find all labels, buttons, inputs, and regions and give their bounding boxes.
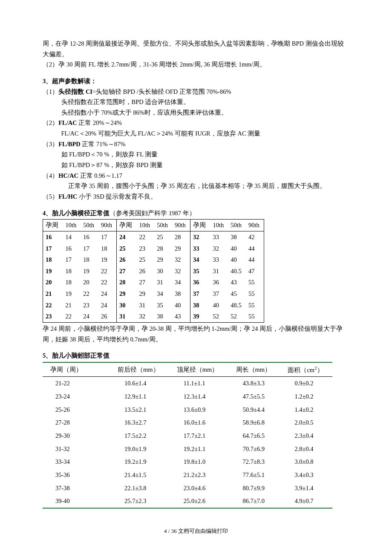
cell: 11.1±1.1: [169, 377, 228, 390]
cell: 45: [228, 288, 246, 300]
cell: 4.9±0.7: [280, 494, 332, 508]
table-row: 23-2412.9±1.112.3±1.447.5±5.51.2±0.2: [43, 390, 332, 403]
cell: 33: [210, 254, 228, 266]
cell: 26: [136, 266, 154, 277]
cell: 17: [98, 231, 116, 243]
cell: 14: [63, 231, 81, 243]
col-header: 面积（cm2）: [280, 362, 332, 377]
cell: 0.9±0.2: [280, 377, 332, 390]
cell: 36: [190, 277, 210, 288]
table-row: 21-2210.6±1.411.1±1.143.8±3.30.9±0.2: [43, 377, 332, 390]
cell: 77.6±5.1: [228, 468, 280, 482]
cell: 22: [98, 266, 116, 277]
cell: 22: [98, 277, 116, 288]
table-row: 37-3822.1±3.823.0±4.680.7±9.93.9±1.4: [43, 482, 332, 495]
cell: 80.7±9.9: [228, 482, 280, 495]
sec3-line9: （4）HC/AC 正常 0.96～1.17: [43, 171, 349, 181]
sec3-line5: FL/AC＜20% 可能为巨大儿 FL/AC＞24% 可能有 IUGR，应放弃 …: [43, 128, 349, 139]
cell: 44: [246, 254, 264, 266]
table-row: 211922242929343837374555: [43, 288, 264, 300]
cell: 29: [154, 254, 172, 266]
section3-title: 3、超声参数解读：: [43, 76, 349, 87]
cell: 2.3±0.4: [280, 429, 332, 442]
cell: 23-24: [43, 390, 110, 403]
cell: 29: [172, 243, 190, 254]
table-row: 31-3219.0±1.919.2±1.170.7±6.92.8±0.4: [43, 442, 332, 456]
table-row: 161416172422252832333842: [43, 231, 264, 243]
cell: 29-30: [43, 429, 110, 442]
sec3-line10: 正常孕 35 周前，腹围小于头围；孕 35 周左右，比值基本相等；孕 35 周后…: [43, 181, 349, 191]
cell: 40: [228, 243, 246, 254]
sec3-line11: （5）FL/HC 小于 3SD 提示骨发育不良。: [43, 191, 349, 202]
intro-paragraph-2: （2）孕 30 周前 FL 增长 2.7mm/周，31-36 周增长 2mm/周…: [43, 59, 349, 70]
cell: 10.6±1.4: [110, 377, 169, 390]
cerebellum-table: 孕周10th50th90th孕周10th50th90th孕周10th50th90…: [43, 219, 264, 323]
cell: 27-28: [43, 416, 110, 429]
cell: 40: [172, 300, 190, 311]
cell: 55: [246, 277, 264, 288]
cell: 42: [246, 231, 264, 243]
cell: 12.3±1.4: [169, 390, 228, 403]
sec3-line8: 如 FL/BPD＞87 %，则放弃 BPD 测量: [43, 160, 349, 171]
cell: 19: [98, 254, 116, 266]
cell: 38: [228, 231, 246, 243]
table-row: 1918192227263032353140.547: [43, 266, 264, 277]
cell: 50.9±4.4: [228, 403, 280, 416]
cell: 30: [154, 266, 172, 277]
col-header: 50th: [228, 220, 246, 231]
col-header: 孕周: [43, 220, 63, 231]
cell: 38: [154, 311, 172, 322]
table-header-row: 孕周（周）前后径（mm）顶尾径（mm）周长（mm）面积（cm2）: [43, 362, 332, 377]
cell: 47.5±5.5: [228, 390, 280, 403]
sec3-line4: （2）FL/AC 正常 20%～24%: [43, 118, 349, 128]
cell: 27: [116, 266, 136, 277]
cell: 31-32: [43, 442, 110, 456]
cell: 55: [246, 288, 264, 300]
cell: 25.7±2.3: [110, 494, 169, 508]
cell: 23: [81, 300, 98, 311]
cell: 22: [43, 300, 63, 311]
table-row: 2221232430313540384048.555: [43, 300, 264, 311]
cell: 24: [81, 311, 98, 322]
table-row: 25-2613.5±2.113.6±0.950.9±4.41.4±0.2: [43, 403, 332, 416]
cell: 30: [116, 300, 136, 311]
col-header: 10th: [136, 220, 154, 231]
cell: 72.7±8.3: [228, 455, 280, 468]
table-header-row: 孕周10th50th90th孕周10th50th90th孕周10th50th90…: [43, 220, 264, 231]
col-header: 50th: [81, 220, 98, 231]
cell: 26: [98, 311, 116, 322]
cell: 35: [190, 266, 210, 277]
table-row: 201820222827313436364355: [43, 277, 264, 288]
sec3-line7: 如 FL/BPD＜70 %，则放弃 FL 测量: [43, 149, 349, 160]
page-footer: 4 / 36 文档可自由编辑打印: [43, 526, 349, 536]
cell: 32: [172, 266, 190, 277]
cell: 23: [136, 243, 154, 254]
cell: 3.0±0.8: [280, 455, 332, 468]
cell: 18: [81, 254, 98, 266]
cell: 18: [43, 254, 63, 266]
cell: 16: [43, 231, 63, 243]
cell: 32: [172, 254, 190, 266]
table-row: 39-4025.7±2.325.0±2.686.7±7.04.9±0.7: [43, 494, 332, 508]
cell: 40: [228, 254, 246, 266]
cell: 23.0±4.6: [169, 482, 228, 495]
cell: 40.5: [228, 266, 246, 277]
table-row: 171617182523282933324044: [43, 243, 264, 254]
cell: 86.7±7.0: [228, 494, 280, 508]
cell: 1.4±0.2: [280, 403, 332, 416]
col-header: 10th: [210, 220, 228, 231]
cell: 52: [228, 311, 246, 322]
cell: 33-34: [43, 455, 110, 468]
col-header: 孕周（周）: [43, 362, 110, 377]
cell: 21.4±1.5: [110, 468, 169, 482]
cell: 34: [190, 254, 210, 266]
cell: 39: [190, 311, 210, 322]
cell: 70.7±6.9: [228, 442, 280, 456]
cell: 16.3±2.7: [110, 416, 169, 429]
cell: 17: [81, 243, 98, 254]
cell: 19: [81, 266, 98, 277]
cell: 17: [63, 254, 81, 266]
cell: 25: [136, 254, 154, 266]
vermis-table: 孕周（周）前后径（mm）顶尾径（mm）周长（mm）面积（cm2） 21-2210…: [43, 362, 332, 509]
cell: 35: [154, 300, 172, 311]
